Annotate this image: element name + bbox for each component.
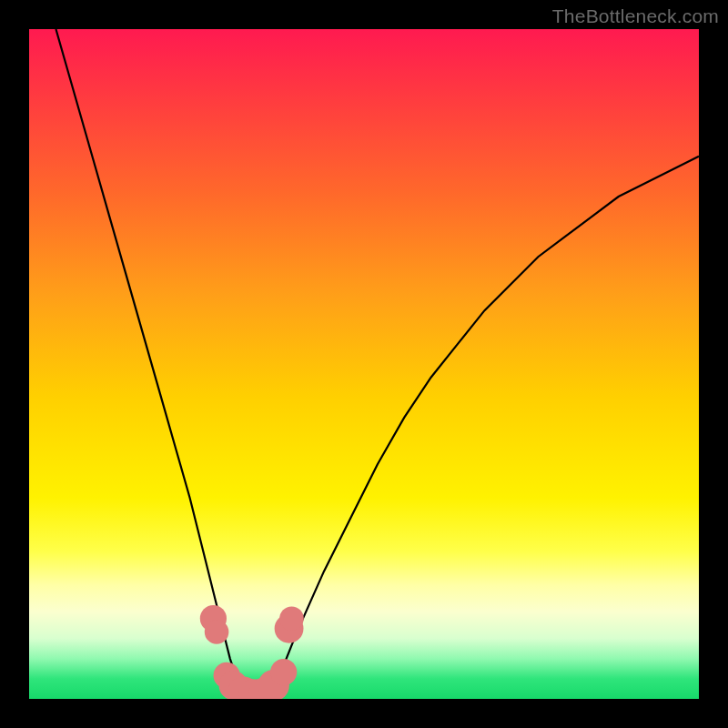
plot-area	[29, 29, 699, 699]
curve-marker	[270, 659, 297, 685]
bottleneck-svg	[29, 29, 699, 699]
curve-marker	[279, 606, 304, 631]
chart-frame: TheBottleneck.com	[0, 0, 728, 728]
bottleneck-curve	[56, 29, 699, 699]
curve-marker	[205, 620, 229, 644]
watermark-text: TheBottleneck.com	[552, 5, 719, 27]
